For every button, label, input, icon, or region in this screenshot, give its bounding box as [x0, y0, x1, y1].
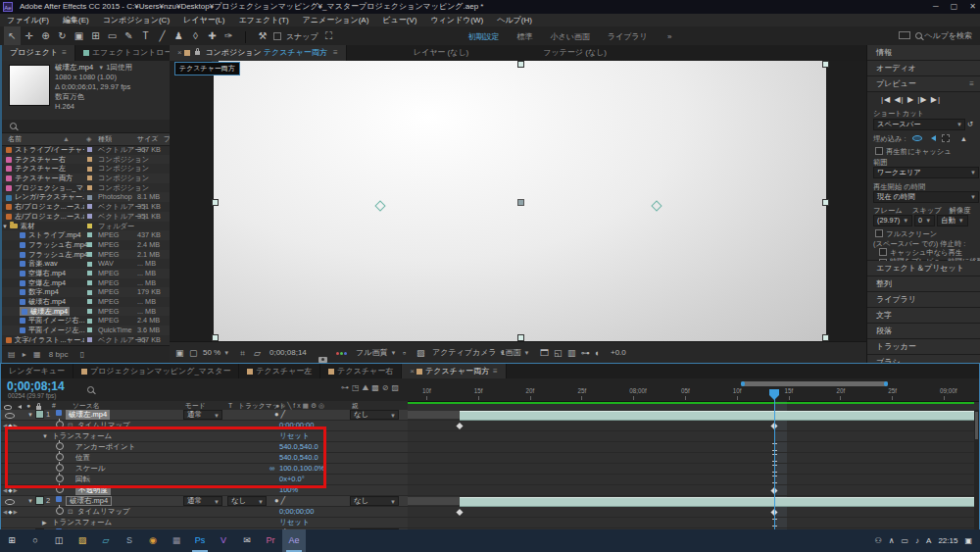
premiere-icon[interactable]: Pr: [259, 529, 282, 552]
menu-item[interactable]: ファイル(F): [7, 16, 49, 25]
timeline-scrollbar[interactable]: [974, 410, 979, 530]
people-tool-icon[interactable]: ⚒: [254, 26, 270, 45]
start-button[interactable]: ⊞: [0, 529, 24, 552]
keyframe-nav[interactable]: ◀◆▶: [3, 507, 19, 517]
selection-handle[interactable]: [517, 61, 524, 68]
color-depth-label[interactable]: 8 bpc: [49, 350, 69, 359]
label-color-chip[interactable]: [87, 262, 92, 267]
timeline-tab[interactable]: レンダーキュー: [1, 364, 74, 378]
file-row[interactable]: ▼ 素材 フォルダー: [2, 222, 172, 231]
notification-icon[interactable]: ▣: [964, 536, 972, 545]
include-overlays-icon[interactable]: [942, 134, 950, 142]
file-row[interactable]: ストライプ/イーチャー.ai ベクトルアート 367 KB: [2, 145, 172, 155]
file-row[interactable]: 数字.mp4 MPEG 179 KB: [2, 287, 172, 297]
property-value[interactable]: 0;00;00;00: [279, 507, 314, 517]
tab-effect-controls[interactable]: エフェクトコントロール 破壊左: [75, 45, 170, 61]
frame-rate-select[interactable]: (29.97)▼: [873, 215, 912, 226]
layer-switches[interactable]: ● ╱: [274, 410, 285, 420]
rotation-tool[interactable]: ↻: [54, 26, 71, 45]
motion-blur-icon[interactable]: ⊘: [382, 383, 392, 392]
pen-tool[interactable]: ✎: [121, 26, 137, 45]
draft-3d-icon[interactable]: ◳: [352, 383, 363, 392]
include-audio-icon[interactable]: [928, 135, 936, 141]
label-color-chip[interactable]: [87, 271, 92, 276]
property-name[interactable]: アンカーポイント: [75, 442, 135, 452]
panel-header-エフェクト＆プリセット[interactable]: エフェクト＆プリセット: [867, 261, 980, 276]
property-name[interactable]: タイムリマップ: [77, 507, 130, 517]
snap-checkbox[interactable]: [273, 32, 281, 40]
composition-canvas[interactable]: [170, 61, 866, 341]
track-row[interactable]: [408, 442, 979, 453]
file-row[interactable]: テクスチャー両方 コンポジション: [2, 174, 172, 183]
workspace-初期設定[interactable]: 初期設定: [467, 32, 499, 41]
layer-duration-bar[interactable]: [460, 411, 974, 421]
label-color-chip[interactable]: [87, 290, 92, 295]
label-color-chip[interactable]: [87, 185, 92, 190]
tab-project[interactable]: プロジェクト≡: [2, 45, 75, 61]
minimize-button[interactable]: ─: [933, 0, 939, 14]
track-row[interactable]: [408, 496, 979, 507]
stopwatch-icon[interactable]: [56, 485, 64, 496]
panel-header-ライブラリ[interactable]: ライブラリ: [867, 292, 980, 308]
selection-handle[interactable]: [517, 334, 524, 341]
track-row[interactable]: [408, 431, 979, 442]
track-row[interactable]: [408, 485, 979, 496]
file-row[interactable]: テクスチャー右 コンポジション: [2, 155, 172, 165]
network-tray-icon[interactable]: ▭: [902, 536, 909, 545]
workspace-小さい画面[interactable]: 小さい画面: [550, 32, 589, 41]
fast-previews-icon[interactable]: ◱: [554, 342, 563, 364]
stopwatch-icon[interactable]: [56, 442, 64, 453]
selection-handle[interactable]: [822, 199, 829, 206]
interpret-footage-icon[interactable]: ▤: [8, 350, 16, 359]
timeline-row[interactable]: アンカーポイント540.0,540.0: [1, 442, 408, 453]
property-value[interactable]: 100%: [279, 485, 298, 495]
layer-twirl-icon[interactable]: ▼: [27, 496, 33, 506]
timeline-search-icon[interactable]: [87, 386, 94, 393]
property-name[interactable]: タイムリマップ: [77, 421, 130, 430]
type-tool[interactable]: T: [137, 26, 154, 45]
app-icon-2[interactable]: ▦: [165, 529, 188, 552]
file-row[interactable]: 平面イメージ左... QuickTime 3.6 MB: [2, 326, 172, 335]
tab-footage[interactable]: フッテージ (なし): [535, 45, 614, 61]
track-row[interactable]: [408, 453, 979, 464]
layer-duration-bar[interactable]: [460, 497, 974, 507]
graph-editor-icon[interactable]: ▨: [391, 383, 402, 392]
property-group-name[interactable]: トランスフォーム: [52, 431, 112, 441]
layer-name[interactable]: 破壊左.mp4: [66, 410, 110, 420]
volume-tray-icon[interactable]: ♪: [915, 536, 919, 545]
play-from-select[interactable]: 現在 の時間▼: [873, 191, 979, 203]
transparency-grid-icon[interactable]: ▨: [416, 342, 425, 364]
view-layout-select[interactable]: 1画面▼: [501, 342, 529, 364]
viewer-timecode[interactable]: 0;00;08;14: [270, 342, 307, 364]
track-row[interactable]: [408, 518, 979, 528]
layer-color-chip[interactable]: [35, 410, 44, 419]
panel-menu-icon[interactable]: ≡: [333, 48, 338, 57]
cache-before-playback-checkbox[interactable]: [875, 147, 883, 155]
file-row[interactable]: プロジェクショ..._マスター コンポジション: [2, 183, 172, 193]
label-color-chip[interactable]: [87, 252, 92, 257]
track-row[interactable]: [408, 410, 979, 421]
stopwatch-icon[interactable]: [56, 507, 64, 518]
selection-handle[interactable]: [212, 199, 219, 206]
magnification-icon[interactable]: ▢: [189, 342, 198, 364]
label-color-chip[interactable]: [87, 167, 92, 172]
selection-handle[interactable]: [822, 334, 829, 341]
hand-tool[interactable]: ✛: [21, 26, 37, 45]
constrain-proportions-icon[interactable]: ∞: [270, 464, 274, 474]
stopwatch-icon[interactable]: [56, 475, 64, 485]
timeline-tab[interactable]: プロジェクションマッピング_マスター: [74, 364, 239, 378]
menu-item[interactable]: アニメーション(A): [303, 16, 369, 25]
selection-handle[interactable]: [822, 61, 829, 68]
property-name[interactable]: スケール: [75, 464, 106, 474]
file-row[interactable]: 左/プロジェク...ース.ai ベクトルアート 351 KB: [2, 212, 172, 222]
app-icon-1[interactable]: S: [118, 529, 141, 552]
label-color-chip[interactable]: [87, 176, 92, 180]
always-preview-icon[interactable]: ▣: [175, 342, 184, 364]
panel-header-整列[interactable]: 整列: [867, 276, 980, 292]
pixel-aspect-icon[interactable]: 🗖: [540, 342, 549, 364]
channel-icon[interactable]: [336, 342, 348, 364]
maximize-button[interactable]: ▢: [951, 0, 958, 14]
current-timecode[interactable]: 0;00;08;14: [7, 379, 65, 393]
menu-item[interactable]: レイヤー(L): [183, 16, 224, 25]
property-value[interactable]: 0;00;00;00: [279, 421, 314, 430]
